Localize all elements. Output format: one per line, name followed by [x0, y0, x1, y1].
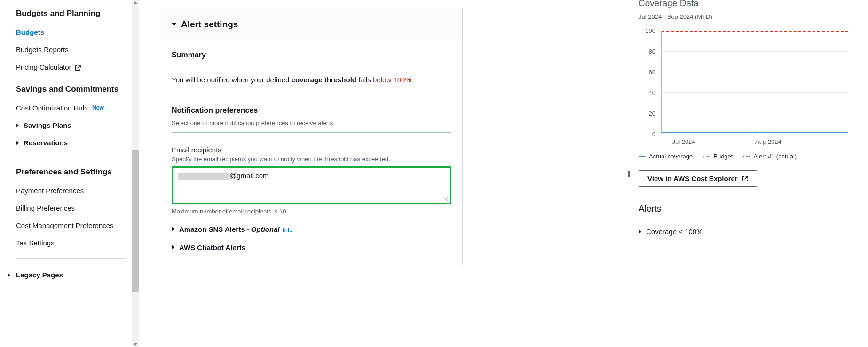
y-tick: 20: [649, 110, 655, 117]
external-link-icon: [742, 175, 748, 182]
sidebar-item-label: Billing Preferences: [16, 203, 75, 213]
sidebar-expander-savings-plans[interactable]: Savings Plans: [16, 117, 126, 134]
sidebar-section-budgets: Budgets and Planning: [16, 8, 126, 19]
alert-row-coverage[interactable]: Coverage < 100%: [639, 228, 854, 236]
sidebar-item-label: Cost Optimization Hub: [16, 103, 87, 113]
sns-alerts-expander[interactable]: Amazon SNS Alerts - Optional Info: [172, 225, 451, 233]
legend-label: Alert #1 (actual): [753, 153, 797, 160]
new-badge: New: [92, 104, 104, 112]
collapse-icon: ||: [628, 170, 630, 177]
scroll-down-icon[interactable]: [133, 343, 138, 346]
external-link-icon: [74, 64, 81, 71]
y-tick: 80: [649, 48, 655, 55]
sidebar-item-label: Payment Preferences: [16, 186, 84, 196]
sidebar-expander-reservations[interactable]: Reservations: [16, 134, 126, 151]
sidebar-item-label: Savings Plans: [24, 121, 71, 129]
sidebar-item-label: Budgets: [16, 27, 44, 37]
scroll-up-icon[interactable]: [133, 1, 138, 4]
email-foot: Maximum number of email recipients is 10…: [172, 208, 451, 215]
coverage-title: Coverage Data: [639, 0, 854, 8]
email-help: Specify the email recipients you want to…: [172, 156, 451, 163]
notification-desc: Select one or more notification preferen…: [172, 119, 451, 133]
sns-optional: Optional: [251, 225, 280, 233]
summary-heading: Summary: [172, 51, 451, 64]
button-label: View in AWS Cost Explorer: [647, 174, 738, 182]
gridline: [662, 92, 848, 93]
legend-label: Budget: [713, 153, 733, 160]
sidebar-item-budgets-reports[interactable]: Budgets Reports: [16, 41, 126, 58]
email-value: @gmail.com: [229, 172, 269, 180]
sidebar-item-pricing-calculator[interactable]: Pricing Calculator: [16, 58, 126, 76]
gridline: [662, 51, 848, 52]
summary-bold: coverage threshold: [292, 76, 356, 84]
sidebar-item-label: Legacy Pages: [16, 271, 63, 279]
summary-mid: falls: [356, 76, 373, 84]
sidebar-item-label: Budgets Reports: [16, 45, 69, 55]
panel-title: Alert settings: [181, 19, 238, 30]
coverage-subtitle: Jul 2024 - Sep 2024 (MTD): [639, 13, 854, 20]
right-panel: Coverage Data Jul 2024 - Sep 2024 (MTD) …: [633, 0, 868, 347]
panel-collapse-handle[interactable]: ||: [624, 0, 633, 347]
x-tick: Aug 2024: [755, 138, 781, 145]
y-tick: 0: [652, 131, 655, 138]
sidebar-expander-legacy[interactable]: Legacy Pages: [16, 265, 126, 284]
email-recipients-input[interactable]: @gmail.com: [172, 166, 451, 204]
notification-heading: Notification preferences: [172, 106, 451, 115]
caret-right-icon: [8, 273, 10, 277]
legend-budget: Budget: [703, 153, 733, 160]
alert-settings-panel: Alert settings Summary You will be notif…: [160, 8, 463, 265]
sidebar-scrollbar[interactable]: [132, 0, 139, 347]
panel-body: Summary You will be notified when your d…: [160, 40, 462, 265]
sidebar-item-cost-mgmt-prefs[interactable]: Cost Management Preferences: [16, 217, 126, 234]
sidebar: Budgets and Planning Budgets Budgets Rep…: [0, 0, 139, 347]
sidebar-item-tax-settings[interactable]: Tax Settings: [16, 234, 126, 252]
center-column: Alert settings Summary You will be notif…: [139, 0, 624, 347]
legend-alert: Alert #1 (actual): [743, 153, 797, 160]
scroll-thumb[interactable]: [132, 150, 139, 292]
sidebar-item-billing-prefs[interactable]: Billing Preferences: [16, 199, 126, 217]
sidebar-item-label: Tax Settings: [16, 238, 55, 248]
legend-swatch-icon: [743, 156, 750, 157]
sidebar-item-payment-prefs[interactable]: Payment Preferences: [16, 182, 126, 199]
sns-label: Amazon SNS Alerts -: [179, 225, 251, 233]
sidebar-item-budgets[interactable]: Budgets: [16, 24, 126, 41]
sidebar-item-label: Reservations: [24, 139, 68, 147]
sidebar-divider: [16, 158, 126, 158]
alert-label: Coverage < 100%: [646, 228, 703, 236]
alert-threshold-line: [662, 31, 848, 32]
y-tick: 60: [649, 69, 655, 76]
coverage-chart: 100 80 60 40 20 0 Jul 2024: [639, 31, 848, 148]
y-tick: 100: [645, 27, 655, 34]
legend-actual: Actual coverage: [639, 153, 693, 160]
caret-right-icon: [172, 227, 174, 231]
redacted-text: [178, 173, 229, 180]
caret-right-icon: [16, 141, 19, 145]
legend-swatch-icon: [639, 156, 646, 157]
summary-value: below 100%: [373, 76, 411, 84]
y-axis: 100 80 60 40 20 0: [639, 31, 658, 134]
info-link[interactable]: Info: [283, 226, 293, 233]
chatbot-alerts-expander[interactable]: AWS Chatbot Alerts: [172, 244, 451, 252]
x-tick-mark: [755, 132, 756, 134]
summary-text: You will be notified when your defined c…: [172, 75, 451, 86]
chatbot-label: AWS Chatbot Alerts: [179, 244, 245, 252]
sidebar-item-cost-optimization-hub[interactable]: Cost Optimization Hub New: [16, 99, 126, 117]
legend-label: Actual coverage: [649, 153, 693, 160]
x-tick: Jul 2024: [672, 138, 695, 145]
sidebar-content: Budgets and Planning Budgets Budgets Rep…: [0, 0, 132, 347]
view-cost-explorer-button[interactable]: View in AWS Cost Explorer: [639, 170, 757, 187]
plot-area: [661, 31, 848, 134]
sidebar-section-prefs: Preferences and Settings: [16, 167, 126, 177]
caret-right-icon: [639, 229, 641, 234]
resize-handle-icon[interactable]: [443, 197, 448, 201]
gridline: [662, 72, 848, 72]
right-wrap: || Coverage Data Jul 2024 - Sep 2024 (MT…: [624, 0, 868, 347]
sidebar-item-label: Pricing Calculator: [16, 62, 71, 72]
panel-header[interactable]: Alert settings: [160, 8, 462, 40]
sidebar-divider: [16, 258, 126, 259]
legend-swatch-icon: [703, 156, 710, 157]
email-label: Email recipients: [172, 146, 451, 154]
chart-legend: Actual coverage Budget Alert #1 (actual): [639, 153, 854, 160]
caret-down-icon: [172, 23, 176, 26]
sidebar-item-label: Cost Management Preferences: [16, 221, 114, 230]
